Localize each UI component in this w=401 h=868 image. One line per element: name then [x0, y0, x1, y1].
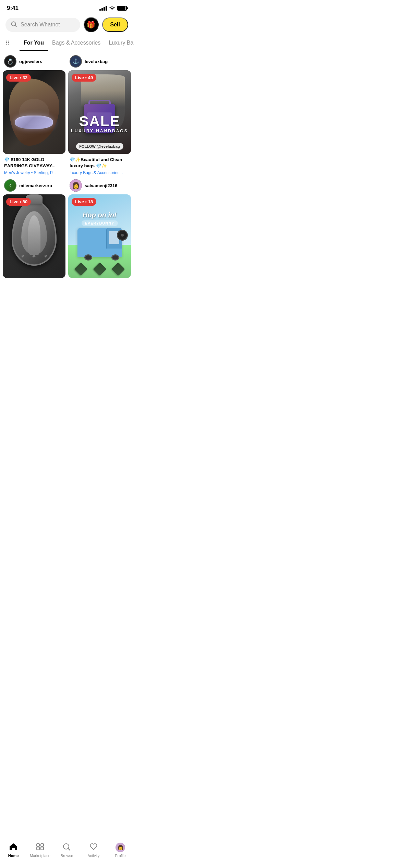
stream-card[interactable]: 👩 salvamenji2316: [68, 179, 131, 284]
stream-card[interactable]: 0 milemarkerzero ❋ ❋ ❋ Live • 80: [3, 179, 65, 284]
stream-card[interactable]: 💍 ogjewelers Live • 32 💎 $180 14K GOLD E…: [3, 55, 65, 177]
grid-icon[interactable]: ⠿: [5, 40, 10, 46]
status-icons: [99, 5, 127, 11]
live-badge: Live • 32: [6, 74, 31, 82]
stream-info: [68, 278, 131, 284]
tab-luxury-bags[interactable]: Luxury Bags: [105, 35, 134, 51]
stream-info: 💎 $180 14K GOLD EARRINGS GIVEAWAY... Men…: [3, 154, 65, 177]
stream-thumbnail: Hop on in! EVERYBUNNY Live • 18: [68, 194, 131, 278]
sell-button[interactable]: Sell: [102, 17, 128, 32]
stream-title: 💎 $180 14K GOLD EARRINGS GIVEAWAY...: [4, 157, 64, 169]
sale-text: SALE: [68, 114, 131, 129]
gift-icon: 🎁: [87, 21, 95, 29]
stream-card[interactable]: ⚓ leveluxbag Live • 49 SALE LUXURY HANDB…: [68, 55, 131, 177]
stream-thumbnail: Live • 49 SALE LUXURY HANDBAGS FOLLOW @l…: [68, 70, 131, 154]
follow-badge: FOLLOW @leveluxbag: [76, 143, 123, 150]
username: milemarkerzero: [19, 183, 52, 188]
signal-icon: [99, 6, 107, 11]
battery-icon: [117, 6, 127, 11]
hop-subtext: EVERYBUNNY: [82, 220, 118, 226]
username: salvamenji2316: [85, 183, 117, 188]
search-container: Search Whatnot 🎁 Sell: [0, 14, 134, 35]
stream-category: Luxury Bags & Accessories...: [70, 170, 130, 175]
search-placeholder: Search Whatnot: [21, 22, 60, 28]
tab-bags-accessories[interactable]: Bags & Accessories: [48, 35, 105, 51]
tab-for-you[interactable]: For You: [20, 35, 48, 51]
search-bar[interactable]: Search Whatnot: [5, 18, 80, 32]
sale-subtext: LUXURY HANDBAGS: [68, 129, 131, 133]
username: leveluxbag: [85, 59, 108, 64]
streams-grid: 💍 ogjewelers Live • 32 💎 $180 14K GOLD E…: [0, 51, 134, 318]
stream-header: ⚓ leveluxbag: [68, 55, 131, 70]
arm-visual: [3, 70, 65, 154]
tab-divider: [14, 38, 14, 48]
stream-header: 👩 salvamenji2316: [68, 179, 131, 194]
sale-overlay: SALE LUXURY HANDBAGS: [68, 114, 131, 133]
profile-pic: 👩: [70, 179, 82, 192]
gift-button[interactable]: 🎁: [84, 17, 99, 32]
username: ogjewelers: [19, 59, 42, 64]
avatar-icon: 💍: [7, 58, 14, 65]
avatar: 0: [4, 179, 16, 192]
stream-info: 💎✨Beautiful and Clean luxury bags 💎✨ Lux…: [68, 154, 131, 177]
live-badge: Live • 49: [72, 74, 96, 82]
live-badge: Live • 80: [6, 198, 31, 206]
category-tabs: ⠿ For You Bags & Accessories Luxury Bags: [0, 35, 134, 51]
search-icon: [11, 21, 17, 28]
stream-category: Men's Jewelry • Sterling, P...: [4, 170, 64, 175]
hop-text: Hop on in!: [68, 211, 131, 219]
avatar: ⚓: [70, 55, 82, 68]
stream-title: 💎✨Beautiful and Clean luxury bags 💎✨: [70, 157, 130, 169]
status-time: 9:41: [7, 5, 19, 12]
wifi-icon: [109, 5, 115, 11]
avatar: 👩: [70, 179, 82, 192]
stream-thumbnail: Live • 32: [3, 70, 65, 154]
stream-header: 💍 ogjewelers: [3, 55, 65, 70]
stream-header: 0 milemarkerzero: [3, 179, 65, 194]
stream-thumbnail: ❋ ❋ ❋ Live • 80: [3, 194, 65, 278]
avatar-text: 0: [10, 184, 11, 187]
avatar-icon: ⚓: [73, 58, 79, 64]
status-bar: 9:41: [0, 0, 134, 14]
live-badge: Live • 18: [72, 198, 96, 206]
avatar: 💍: [4, 55, 16, 68]
stream-info: [3, 278, 65, 284]
